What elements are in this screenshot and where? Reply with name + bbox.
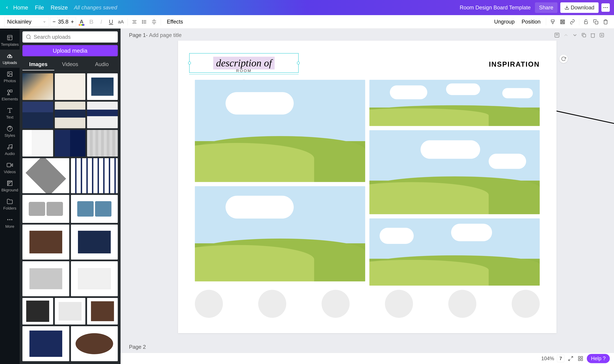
text-color-button[interactable]: A bbox=[77, 18, 86, 26]
color-swatch[interactable] bbox=[512, 290, 540, 318]
nav-uploads[interactable]: Uploads bbox=[0, 50, 20, 68]
page-title-input[interactable] bbox=[149, 32, 215, 38]
tab-audio[interactable]: Audio bbox=[86, 59, 118, 70]
color-swatch[interactable] bbox=[258, 290, 286, 318]
align-button[interactable] bbox=[130, 18, 139, 26]
page-up-icon[interactable] bbox=[562, 31, 570, 39]
font-size-increase[interactable]: + bbox=[69, 17, 76, 26]
upload-thumbnail[interactable] bbox=[22, 158, 69, 193]
nav-templates[interactable]: Templates bbox=[0, 31, 20, 50]
delete-page-icon[interactable] bbox=[589, 31, 597, 39]
room-subtitle[interactable]: ROOM bbox=[190, 69, 298, 73]
file-menu[interactable]: File bbox=[31, 4, 47, 11]
upload-thumbnail[interactable] bbox=[55, 298, 85, 325]
spacing-button[interactable] bbox=[150, 18, 158, 26]
nav-elements[interactable]: Elements bbox=[0, 86, 20, 104]
ungroup-button[interactable]: Ungroup bbox=[491, 19, 517, 25]
document-title[interactable]: Room Design Board Template bbox=[460, 5, 530, 11]
upload-thumbnail[interactable] bbox=[22, 195, 69, 223]
download-button[interactable]: Download bbox=[560, 2, 599, 13]
duplicate-button[interactable] bbox=[592, 18, 600, 26]
upload-thumbnail[interactable] bbox=[22, 225, 69, 260]
position-button[interactable]: Position bbox=[519, 19, 543, 25]
nav-text[interactable]: Text bbox=[0, 104, 20, 122]
upload-thumbnail[interactable] bbox=[87, 130, 118, 156]
page-count-badge[interactable]: 7 bbox=[557, 355, 564, 362]
page-down-icon[interactable] bbox=[571, 31, 579, 39]
upload-thumbnail[interactable] bbox=[71, 225, 118, 260]
nav-audio[interactable]: Audio bbox=[0, 141, 20, 159]
nav-styles[interactable]: Styles bbox=[0, 122, 20, 141]
list-button[interactable] bbox=[140, 18, 148, 26]
color-swatch[interactable] bbox=[195, 290, 223, 318]
font-selector[interactable]: Nickainley bbox=[4, 17, 49, 27]
upload-thumbnail[interactable] bbox=[22, 326, 69, 361]
back-chevron-icon[interactable] bbox=[4, 5, 10, 10]
resize-menu[interactable]: Resize bbox=[47, 4, 71, 11]
lock-button[interactable] bbox=[582, 18, 590, 26]
tab-videos[interactable]: Videos bbox=[54, 59, 86, 70]
color-swatch[interactable] bbox=[321, 290, 350, 318]
tab-images[interactable]: Images bbox=[22, 59, 54, 70]
canvas-page-1[interactable]: description of ROOM ⟳ INSPIRATION bbox=[178, 41, 557, 333]
image-placeholder[interactable] bbox=[369, 218, 540, 286]
more-button[interactable] bbox=[601, 3, 610, 12]
link-button[interactable] bbox=[568, 18, 577, 26]
description-text[interactable]: description of bbox=[213, 57, 275, 69]
nav-more[interactable]: More bbox=[0, 213, 20, 232]
inspiration-label[interactable]: INSPIRATION bbox=[489, 60, 540, 68]
delete-button[interactable] bbox=[601, 18, 610, 26]
zoom-level[interactable]: 104% bbox=[541, 356, 554, 362]
upload-media-button[interactable]: Upload media bbox=[22, 45, 118, 56]
upload-thumbnail[interactable] bbox=[22, 102, 53, 128]
upload-thumbnail[interactable] bbox=[55, 102, 85, 128]
image-placeholder[interactable] bbox=[369, 80, 540, 126]
resize-handle-left[interactable] bbox=[188, 62, 191, 65]
help-button[interactable]: Help ? bbox=[587, 354, 610, 363]
upload-thumbnail[interactable] bbox=[22, 261, 69, 296]
upload-thumbnail[interactable] bbox=[22, 130, 53, 156]
nav-photos[interactable]: Photos bbox=[0, 68, 20, 86]
grid-view-icon[interactable] bbox=[577, 355, 584, 362]
image-placeholder[interactable] bbox=[369, 130, 540, 214]
selected-text-element[interactable]: description of ROOM ⟳ bbox=[189, 53, 299, 73]
color-swatch[interactable] bbox=[448, 290, 476, 318]
add-page-icon[interactable] bbox=[598, 31, 606, 39]
upload-thumbnail[interactable] bbox=[71, 195, 118, 223]
color-swatch[interactable] bbox=[385, 290, 413, 318]
upload-thumbnail[interactable] bbox=[87, 102, 118, 128]
fullscreen-icon[interactable] bbox=[567, 355, 574, 362]
search-input[interactable] bbox=[34, 34, 114, 40]
search-bar[interactable] bbox=[22, 31, 118, 43]
upload-thumbnail[interactable] bbox=[22, 298, 53, 325]
notes-icon[interactable] bbox=[553, 31, 561, 39]
upload-thumbnail[interactable] bbox=[71, 261, 118, 296]
copy-style-button[interactable] bbox=[548, 18, 557, 26]
effects-button[interactable]: Effects bbox=[164, 19, 186, 25]
upload-thumbnail[interactable] bbox=[55, 73, 85, 100]
transparency-button[interactable] bbox=[558, 18, 567, 26]
nav-videos[interactable]: Videos bbox=[0, 159, 20, 177]
nav-folders[interactable]: Folders bbox=[0, 195, 20, 213]
duplicate-page-icon[interactable] bbox=[580, 31, 588, 39]
nav-background[interactable]: Bkground bbox=[0, 177, 20, 195]
canvas-area[interactable]: ADD YOUR OWN FILE NAME & TITLES Page 1 - bbox=[121, 28, 614, 364]
font-size-value[interactable]: 35.8 bbox=[58, 17, 69, 26]
upload-thumbnail[interactable] bbox=[87, 73, 118, 100]
upload-thumbnail[interactable] bbox=[71, 326, 118, 361]
font-size-decrease[interactable]: − bbox=[51, 17, 58, 26]
underline-button[interactable]: U bbox=[107, 18, 115, 26]
upload-thumbnail[interactable] bbox=[87, 298, 118, 325]
image-placeholder[interactable] bbox=[195, 80, 365, 182]
bold-button[interactable]: B bbox=[87, 18, 96, 26]
italic-button[interactable]: I bbox=[97, 18, 105, 26]
upload-thumbnail[interactable] bbox=[22, 73, 53, 100]
home-menu[interactable]: Home bbox=[10, 4, 31, 11]
share-button[interactable]: Share bbox=[535, 2, 558, 13]
refresh-icon[interactable] bbox=[559, 55, 568, 63]
resize-handle-right[interactable] bbox=[297, 62, 300, 65]
upload-thumbnail[interactable] bbox=[55, 130, 85, 156]
text-case-button[interactable]: aA bbox=[117, 18, 125, 26]
upload-thumbnail[interactable] bbox=[71, 158, 118, 193]
image-placeholder[interactable] bbox=[195, 186, 365, 281]
